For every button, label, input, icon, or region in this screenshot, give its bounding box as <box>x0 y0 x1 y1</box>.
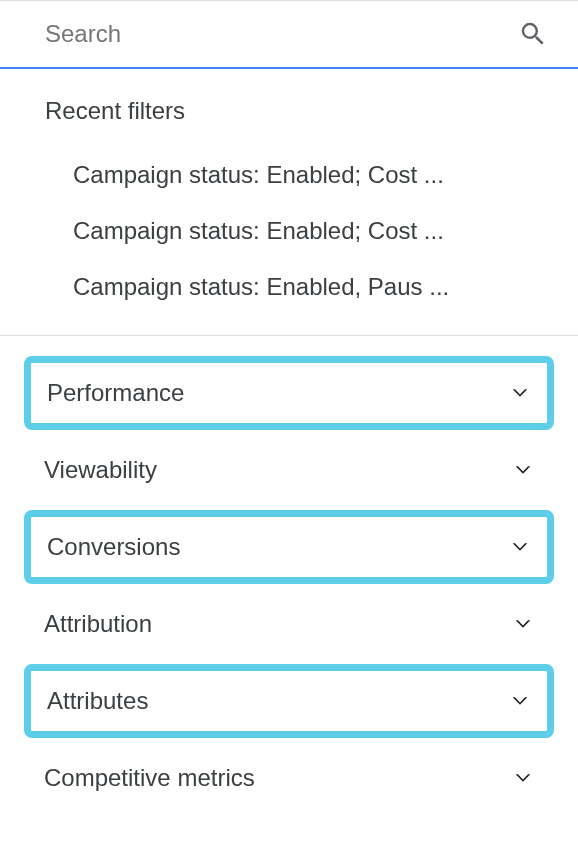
recent-filter-item[interactable]: Campaign status: Enabled; Cost ... <box>45 147 533 203</box>
category-conversions[interactable]: Conversions <box>24 510 554 584</box>
category-competitive-metrics-wrapper: Competitive metrics <box>0 744 578 812</box>
search-bar <box>0 1 578 69</box>
category-label: Competitive metrics <box>44 764 255 792</box>
search-icon[interactable] <box>518 19 548 49</box>
category-viewability[interactable]: Viewability <box>24 442 554 498</box>
category-label: Attributes <box>47 687 148 715</box>
filter-panel: Recent filters Campaign status: Enabled;… <box>0 0 578 860</box>
chevron-down-icon <box>512 613 534 635</box>
chevron-down-icon <box>512 767 534 789</box>
category-performance-wrapper: Performance <box>0 350 578 436</box>
category-competitive-metrics[interactable]: Competitive metrics <box>24 750 554 806</box>
filter-categories: Performance Viewability Conversions <box>0 336 578 826</box>
recent-filter-item[interactable]: Campaign status: Enabled; Cost ... <box>45 203 533 259</box>
category-conversions-wrapper: Conversions <box>0 504 578 590</box>
category-label: Viewability <box>44 456 157 484</box>
recent-filters-title: Recent filters <box>45 97 533 125</box>
recent-filter-item[interactable]: Campaign status: Enabled, Paus ... <box>45 259 533 315</box>
recent-filters-section: Recent filters Campaign status: Enabled;… <box>0 69 578 336</box>
category-performance[interactable]: Performance <box>24 356 554 430</box>
search-input[interactable] <box>45 20 518 48</box>
chevron-down-icon <box>512 459 534 481</box>
category-attribution-wrapper: Attribution <box>0 590 578 658</box>
chevron-down-icon <box>509 536 531 558</box>
category-attributes[interactable]: Attributes <box>24 664 554 738</box>
category-viewability-wrapper: Viewability <box>0 436 578 504</box>
category-label: Conversions <box>47 533 180 561</box>
chevron-down-icon <box>509 382 531 404</box>
category-attributes-wrapper: Attributes <box>0 658 578 744</box>
category-label: Performance <box>47 379 184 407</box>
category-attribution[interactable]: Attribution <box>24 596 554 652</box>
category-label: Attribution <box>44 610 152 638</box>
chevron-down-icon <box>509 690 531 712</box>
